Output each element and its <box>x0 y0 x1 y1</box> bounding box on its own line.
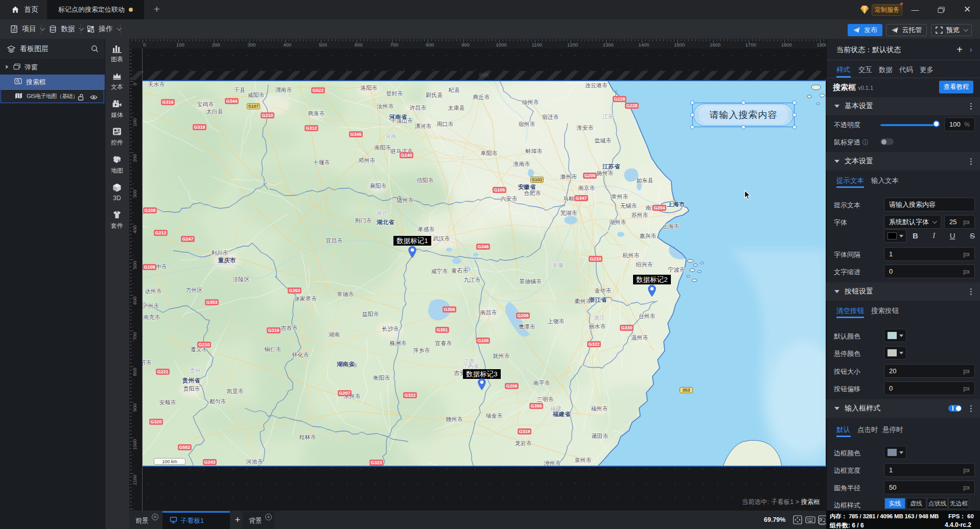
svg-text:400: 400 <box>132 225 137 233</box>
svg-text:1900: 1900 <box>816 42 826 47</box>
svg-text:200: 200 <box>212 42 220 47</box>
svg-text:400: 400 <box>283 42 291 47</box>
svg-text:300: 300 <box>247 42 255 47</box>
svg-text:1100: 1100 <box>531 42 542 47</box>
svg-text:100: 100 <box>176 42 184 47</box>
svg-text:0: 0 <box>143 42 146 47</box>
svg-text:800: 800 <box>132 368 137 376</box>
svg-text:500: 500 <box>132 261 137 269</box>
svg-text:800: 800 <box>426 42 434 47</box>
svg-text:700: 700 <box>390 42 399 47</box>
svg-text:1100: 1100 <box>132 475 137 485</box>
svg-text:0: 0 <box>132 83 137 85</box>
svg-text:1000: 1000 <box>132 439 137 450</box>
svg-text:1800: 1800 <box>781 42 792 47</box>
svg-text:1000: 1000 <box>496 42 506 47</box>
svg-text:700: 700 <box>132 332 137 341</box>
svg-text:1700: 1700 <box>745 42 756 47</box>
svg-text:600: 600 <box>355 42 363 47</box>
svg-text:1400: 1400 <box>639 42 649 47</box>
svg-text:1200: 1200 <box>567 42 578 47</box>
svg-text:500: 500 <box>319 42 327 47</box>
svg-text:300: 300 <box>132 189 137 198</box>
svg-text:1500: 1500 <box>674 42 685 47</box>
svg-text:1600: 1600 <box>710 42 720 47</box>
svg-text:1300: 1300 <box>603 42 614 47</box>
svg-text:900: 900 <box>132 403 137 412</box>
svg-text:900: 900 <box>461 42 470 47</box>
svg-text:600: 600 <box>132 297 137 305</box>
svg-text:200: 200 <box>132 154 137 162</box>
svg-text:100: 100 <box>132 118 137 127</box>
